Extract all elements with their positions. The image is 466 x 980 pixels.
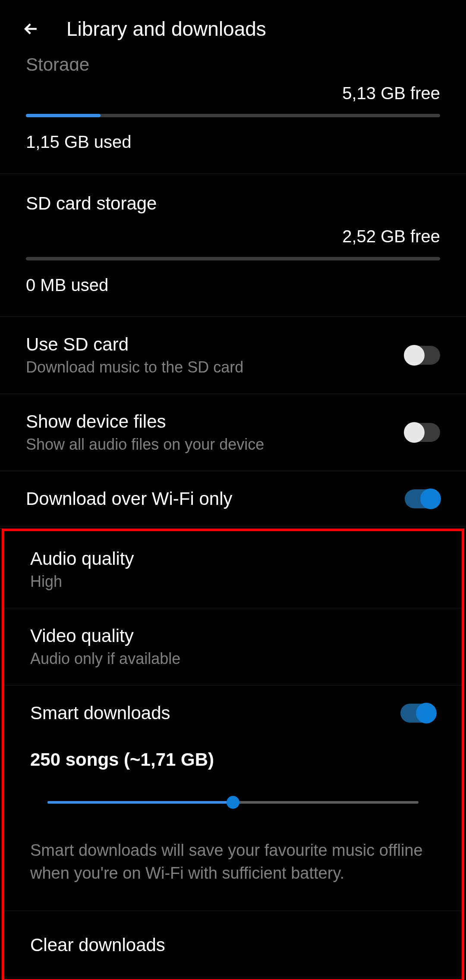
toggle-knob: [404, 345, 425, 366]
storage-section[interactable]: Storage 5,13 GB free 1,15 GB used: [0, 54, 466, 174]
smart-downloads-header[interactable]: Smart downloads: [30, 703, 436, 723]
sd-storage-used-text: 0 MB used: [26, 276, 440, 295]
storage-progress-bar: [26, 114, 440, 117]
sd-storage-title: SD card storage: [26, 193, 440, 214]
audio-quality-text: Audio quality High: [30, 548, 436, 591]
show-device-files-title: Show device files: [26, 411, 405, 432]
show-device-files-row[interactable]: Show device files Show all audio files o…: [0, 394, 466, 471]
storage-free-text: 5,13 GB free: [26, 84, 440, 103]
audio-quality-value: High: [30, 573, 436, 591]
back-arrow-icon[interactable]: [22, 19, 41, 38]
page-title: Library and downloads: [66, 17, 266, 41]
smart-downloads-section: Smart downloads 250 songs (~1,71 GB) Sma…: [4, 686, 462, 911]
show-device-files-text: Show device files Show all audio files o…: [26, 411, 405, 454]
highlight-annotation: Audio quality High Video quality Audio o…: [2, 529, 464, 980]
clear-downloads-row[interactable]: Clear downloads: [4, 911, 462, 979]
show-device-files-toggle[interactable]: [405, 423, 440, 442]
wifi-only-toggle[interactable]: [405, 489, 440, 508]
use-sd-card-title: Use SD card: [26, 334, 405, 355]
use-sd-card-subtitle: Download music to the SD card: [26, 358, 405, 376]
smart-downloads-slider[interactable]: [47, 796, 419, 809]
storage-title: Storage: [26, 54, 440, 71]
sd-storage-progress-bar: [26, 257, 440, 260]
use-sd-card-row[interactable]: Use SD card Download music to the SD car…: [0, 317, 466, 394]
slider-fill: [47, 801, 233, 804]
wifi-only-text: Download over Wi-Fi only: [26, 488, 405, 509]
toggle-knob: [420, 488, 441, 509]
toggle-knob: [416, 703, 437, 723]
audio-quality-title: Audio quality: [30, 548, 436, 569]
sd-storage-section[interactable]: SD card storage 2,52 GB free 0 MB used: [0, 174, 466, 317]
sd-storage-free-text: 2,52 GB free: [26, 227, 440, 246]
video-quality-row[interactable]: Video quality Audio only if available: [4, 608, 462, 686]
use-sd-card-toggle[interactable]: [405, 346, 440, 365]
smart-downloads-toggle[interactable]: [400, 704, 436, 723]
smart-downloads-title: Smart downloads: [30, 703, 170, 723]
use-sd-card-text: Use SD card Download music to the SD car…: [26, 334, 405, 376]
slider-thumb[interactable]: [227, 796, 239, 809]
audio-quality-row[interactable]: Audio quality High: [4, 531, 462, 608]
video-quality-value: Audio only if available: [30, 650, 436, 668]
wifi-only-title: Download over Wi-Fi only: [26, 488, 405, 509]
smart-downloads-info: 250 songs (~1,71 GB): [30, 749, 436, 770]
toggle-knob: [404, 422, 425, 443]
video-quality-title: Video quality: [30, 626, 436, 646]
header-bar: Library and downloads: [0, 0, 466, 58]
wifi-only-row[interactable]: Download over Wi-Fi only: [0, 471, 466, 527]
smart-downloads-description: Smart downloads will save your favourite…: [30, 839, 436, 885]
video-quality-text: Video quality Audio only if available: [30, 626, 436, 668]
storage-used-text: 1,15 GB used: [26, 132, 440, 152]
show-device-files-subtitle: Show all audio files on your device: [26, 435, 405, 454]
storage-progress-fill: [26, 114, 101, 117]
clear-downloads-title: Clear downloads: [30, 935, 436, 955]
